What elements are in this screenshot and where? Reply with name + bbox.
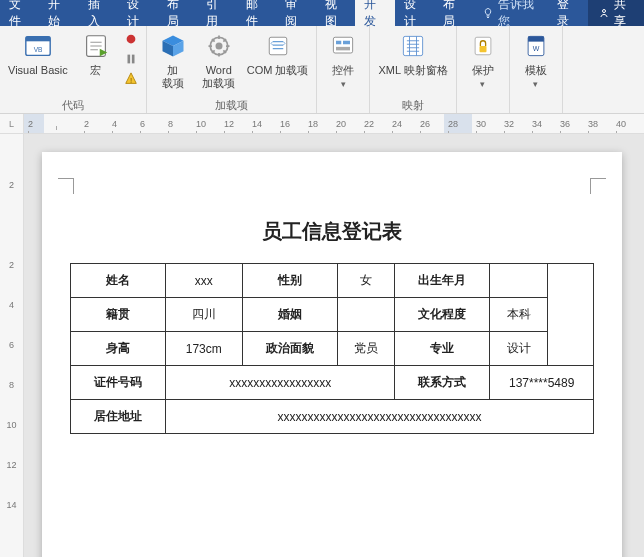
marriage-header: 婚姻	[242, 298, 337, 332]
svg-rect-7	[127, 55, 130, 64]
idnum-header: 证件号码	[71, 366, 166, 400]
idnum-value[interactable]: xxxxxxxxxxxxxxxxx	[166, 366, 395, 400]
lightbulb-icon	[482, 7, 494, 19]
ruler-tick: 6	[140, 119, 168, 129]
record-macro-button[interactable]	[122, 30, 140, 48]
name-value[interactable]: xxx	[166, 264, 242, 298]
svg-rect-2	[26, 37, 50, 42]
ruler-tick: 22	[364, 119, 392, 129]
ruler-tick: 30	[476, 119, 504, 129]
addin-icon	[157, 30, 189, 62]
tell-me[interactable]: 告诉我您	[474, 0, 547, 26]
controls-button[interactable]: 控件 ▾	[323, 28, 363, 89]
ruler-tick: 28	[448, 119, 476, 129]
ruler-tick: 4	[112, 119, 140, 129]
horizontal-ruler[interactable]: 2246810121416182022242628303234363840	[24, 114, 644, 134]
svg-rect-21	[403, 36, 422, 55]
major-value[interactable]: 设计	[490, 332, 548, 366]
tab-file[interactable]: 文件	[0, 0, 39, 26]
politics-value[interactable]: 党员	[337, 332, 395, 366]
macro-icon	[80, 30, 112, 62]
tab-review[interactable]: 审阅	[276, 0, 315, 26]
ruler-area: L 2246810121416182022242628303234363840	[0, 114, 644, 134]
politics-header: 政治面貌	[242, 332, 337, 366]
table-row: 身高 173cm 政治面貌 党员 专业 设计	[71, 332, 594, 366]
protect-label: 保护	[472, 64, 494, 77]
xml-mapping-button[interactable]: XML 映射窗格	[376, 28, 449, 77]
birth-header: 出生年月	[395, 264, 490, 298]
pause-macro-button[interactable]	[122, 50, 140, 68]
ribbon: VB Visual Basic 宏 ! 代码	[0, 26, 644, 114]
chevron-down-icon: ▾	[533, 79, 538, 89]
document-scroll[interactable]: 员工信息登记表 姓名 xxx 性别 女 出生年月 籍贯 四川 婚姻 文化程度	[24, 134, 644, 557]
birth-value[interactable]	[490, 264, 548, 298]
com-addin-icon	[262, 30, 294, 62]
template-button[interactable]: W 模板 ▾	[516, 28, 556, 89]
page-corner-tl	[58, 178, 74, 194]
ruler-tick: 10	[6, 420, 16, 450]
contact-value[interactable]: 137****5489	[490, 366, 594, 400]
tab-mail[interactable]: 邮件	[237, 0, 276, 26]
group-code: VB Visual Basic 宏 ! 代码	[0, 26, 147, 113]
svg-point-0	[603, 10, 606, 13]
addin-button[interactable]: 加 载项	[153, 28, 193, 90]
login-button[interactable]: 登录	[547, 0, 588, 26]
ruler-tick: 14	[6, 500, 16, 530]
controls-label: 控件	[332, 64, 354, 77]
protect-button[interactable]: 保护 ▾	[463, 28, 503, 89]
controls-icon	[327, 30, 359, 62]
word-addin-label: Word 加载项	[202, 64, 235, 90]
ruler-tick: 2	[9, 260, 14, 290]
group-controls: 控件 ▾	[317, 26, 370, 113]
photo-cell[interactable]	[548, 264, 594, 366]
table-row: 居住地址 xxxxxxxxxxxxxxxxxxxxxxxxxxxxxxxxxx	[71, 400, 594, 434]
ruler-corner: L	[0, 114, 24, 134]
share-label: 共享	[614, 0, 634, 30]
ruler-tick: 12	[6, 460, 16, 490]
tab-design[interactable]: 设计	[118, 0, 157, 26]
group-addins: 加 载项 Word 加载项 COM 加载项 加载项	[147, 26, 318, 113]
name-header: 姓名	[71, 264, 166, 298]
com-addin-button[interactable]: COM 加载项	[245, 28, 311, 77]
page-corner-tr	[590, 178, 606, 194]
tab-layout2[interactable]: 布局	[434, 0, 473, 26]
sex-value[interactable]: 女	[337, 264, 395, 298]
svg-point-15	[215, 43, 222, 50]
addin-label: 加 载项	[162, 64, 184, 90]
origin-value[interactable]: 四川	[166, 298, 242, 332]
education-header: 文化程度	[395, 298, 490, 332]
visual-basic-button[interactable]: VB Visual Basic	[6, 28, 70, 77]
share-icon	[598, 7, 610, 19]
macro-button[interactable]: 宏	[76, 28, 116, 77]
height-value[interactable]: 173cm	[166, 332, 242, 366]
group-templates: W 模板 ▾	[510, 26, 563, 113]
tab-references[interactable]: 引用	[197, 0, 236, 26]
ruler-tick: 38	[588, 119, 616, 129]
table-row: 证件号码 xxxxxxxxxxxxxxxxx 联系方式 137****5489	[71, 366, 594, 400]
protect-icon	[467, 30, 499, 62]
ruler-tick: 36	[560, 119, 588, 129]
group-addins-label: 加载项	[215, 97, 248, 113]
ruler-tick: 8	[168, 119, 196, 129]
svg-rect-20	[336, 47, 350, 51]
education-value[interactable]: 本科	[490, 298, 548, 332]
macro-security-button[interactable]: !	[122, 70, 140, 88]
tab-home[interactable]: 开始	[39, 0, 78, 26]
code-small-buttons: !	[122, 28, 140, 88]
word-addin-button[interactable]: Word 加载项	[199, 28, 239, 90]
ruler-tick: 2	[84, 119, 112, 129]
marriage-value[interactable]	[337, 298, 395, 332]
tab-insert[interactable]: 插入	[79, 0, 118, 26]
tab-layout[interactable]: 布局	[158, 0, 197, 26]
chevron-down-icon: ▾	[480, 79, 485, 89]
tab-design2[interactable]: 设计	[395, 0, 434, 26]
svg-rect-16	[269, 37, 287, 55]
vertical-ruler[interactable]: 22468101214	[0, 134, 24, 557]
address-value[interactable]: xxxxxxxxxxxxxxxxxxxxxxxxxxxxxxxxxx	[166, 400, 594, 434]
tab-view[interactable]: 视图	[316, 0, 355, 26]
ruler-tick: 40	[616, 119, 644, 129]
tab-developer[interactable]: 开发	[355, 0, 394, 26]
visual-basic-label: Visual Basic	[8, 64, 68, 77]
share-button[interactable]: 共享	[588, 0, 644, 26]
major-header: 专业	[395, 332, 490, 366]
